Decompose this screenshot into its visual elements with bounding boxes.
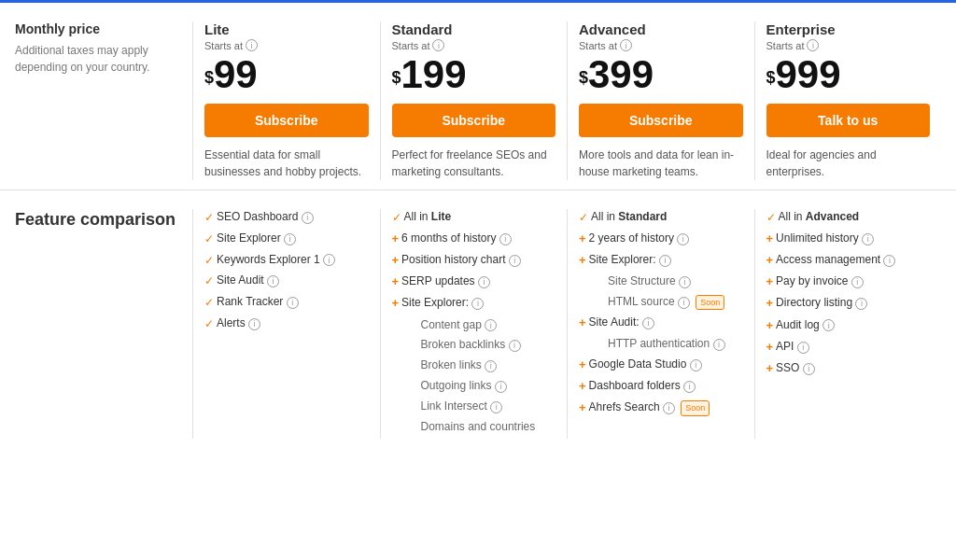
info-icon-feature[interactable]: i [678, 297, 690, 309]
info-icon-feature[interactable]: i [851, 276, 864, 288]
check-icon: ✓ [204, 210, 214, 226]
feature-item: +Site Audit: i [579, 315, 743, 331]
subscribe-btn-advanced[interactable]: Subscribe [579, 104, 743, 137]
subscribe-btn-lite[interactable]: Subscribe [204, 104, 369, 137]
feature-text: All in Lite [404, 209, 452, 225]
feature-text: All in Advanced [779, 209, 860, 225]
feature-text: Link Intersect i [408, 399, 503, 414]
info-icon-feature[interactable]: i [267, 275, 279, 287]
info-icon-feature[interactable]: i [677, 233, 689, 245]
monthly-price-label: Monthly price [15, 21, 183, 36]
info-icon-feature[interactable]: i [690, 359, 702, 371]
info-icon-feature[interactable]: i [509, 255, 521, 267]
info-icon-feature[interactable]: i [478, 276, 490, 288]
info-icon-feature[interactable]: i [495, 381, 507, 393]
feature-text: SSO i [776, 360, 815, 376]
plan-name-standard: Standard [392, 21, 556, 37]
feature-item: ✓Alerts i [204, 315, 369, 332]
feature-item: ✓Rank Tracker i [204, 294, 369, 311]
info-icon-feature[interactable]: i [679, 276, 691, 288]
subscribe-btn-enterprise[interactable]: Talk to us [766, 104, 931, 137]
feature-text: Dashboard folders i [589, 378, 696, 394]
info-icon-feature[interactable]: i [855, 298, 867, 310]
plus-icon: + [766, 295, 774, 312]
info-icon-starts-at-advanced[interactable]: i [620, 39, 632, 51]
plan-desc-enterprise: Ideal for agencies and enterprises. [766, 147, 931, 180]
info-icon-starts-at-standard[interactable]: i [432, 39, 444, 51]
starts-at-lite: Starts at i [204, 39, 369, 51]
check-icon: ✓ [204, 316, 214, 332]
feature-item: +Site Explorer: i [579, 252, 743, 269]
info-icon-feature[interactable]: i [683, 381, 696, 393]
plus-icon: + [766, 339, 774, 356]
plus-icon: + [579, 378, 586, 395]
feature-col-lite: ✓SEO Dashboard i✓Site Explorer i✓Keyword… [192, 209, 380, 439]
check-icon: ✓ [392, 210, 401, 226]
soon-badge: Soon [681, 400, 710, 416]
info-icon-feature[interactable]: i [713, 339, 725, 351]
plus-icon: + [392, 273, 400, 290]
info-icon-feature[interactable]: i [862, 233, 874, 245]
check-icon: ✓ [579, 210, 588, 226]
feature-item: ✓Site Audit i [204, 273, 369, 289]
info-icon-feature[interactable]: i [485, 360, 497, 372]
info-icon-feature[interactable]: i [642, 317, 654, 329]
feature-col-advanced: ✓All in Standard+2 years of history i+Si… [567, 209, 754, 439]
monthly-sub-text: Additional taxes may apply depending on … [15, 42, 183, 76]
feature-item: Broken backlinks i [392, 337, 556, 353]
info-icon-starts-at-enterprise[interactable]: i [807, 39, 819, 51]
feature-item: Link Intersect i [392, 399, 556, 414]
info-icon-feature[interactable]: i [883, 255, 895, 267]
feature-item: ✓Keywords Explorer 1 i [204, 252, 369, 269]
feature-text: Position history chart i [401, 252, 521, 268]
feature-text: Pay by invoice i [776, 273, 864, 289]
info-icon-feature[interactable]: i [659, 255, 671, 267]
info-icon-feature[interactable]: i [509, 340, 521, 352]
info-icon-feature[interactable]: i [499, 233, 512, 245]
plus-icon: + [579, 357, 586, 373]
plus-icon: + [579, 315, 586, 331]
info-icon-feature[interactable]: i [797, 342, 809, 354]
price-lite: $99 [204, 55, 369, 94]
check-icon: ✓ [204, 295, 214, 311]
feature-label-col: Feature comparison [15, 209, 192, 439]
info-icon-feature[interactable]: i [471, 298, 484, 310]
feature-text: Site Explorer: i [401, 295, 484, 311]
feature-item: ✓All in Lite [392, 209, 556, 226]
info-icon-feature[interactable]: i [284, 233, 296, 245]
plan-desc-standard: Perfect for freelance SEOs and marketing… [392, 147, 556, 180]
feature-item: Content gap i [392, 317, 556, 333]
info-icon-feature[interactable]: i [287, 297, 299, 309]
feature-comparison-title: Feature comparison [15, 209, 183, 231]
plus-icon: + [766, 231, 774, 247]
feature-text: Broken backlinks i [408, 337, 521, 353]
feature-text: Domains and countries [408, 419, 536, 435]
info-icon-feature[interactable]: i [490, 401, 502, 413]
info-icon-feature[interactable]: i [302, 212, 314, 224]
feature-item: ✓SEO Dashboard i [204, 209, 369, 226]
check-icon: ✓ [204, 273, 214, 289]
plus-icon: + [392, 295, 400, 312]
feature-comparison-section: Feature comparison ✓SEO Dashboard i✓Site… [0, 190, 956, 448]
feature-text: API i [776, 339, 809, 355]
info-icon-feature[interactable]: i [803, 363, 815, 375]
info-icon-feature[interactable]: i [663, 402, 675, 414]
info-icon-feature[interactable]: i [822, 319, 835, 331]
pricing-label-col: Monthly price Additional taxes may apply… [15, 21, 192, 180]
feature-col-enterprise: ✓All in Advanced+Unlimited history i+Acc… [754, 209, 942, 439]
info-icon-feature[interactable]: i [323, 254, 335, 266]
starts-at-advanced: Starts at i [579, 39, 743, 51]
feature-item: Site Structure i [579, 273, 743, 289]
check-icon: ✓ [204, 253, 214, 269]
info-icon-feature[interactable]: i [485, 319, 497, 331]
feature-text: Site Explorer i [217, 231, 296, 246]
info-icon-starts-at-lite[interactable]: i [246, 39, 258, 51]
plan-col-lite: Lite Starts at i $99 Subscribe Essential… [192, 21, 380, 180]
check-icon: ✓ [766, 210, 776, 226]
check-icon: ✓ [204, 231, 214, 247]
feature-text: Unlimited history i [776, 231, 874, 246]
info-icon-feature[interactable]: i [248, 318, 260, 330]
plus-icon: + [766, 273, 774, 290]
plan-name-enterprise: Enterprise [766, 21, 931, 37]
subscribe-btn-standard[interactable]: Subscribe [392, 104, 556, 137]
